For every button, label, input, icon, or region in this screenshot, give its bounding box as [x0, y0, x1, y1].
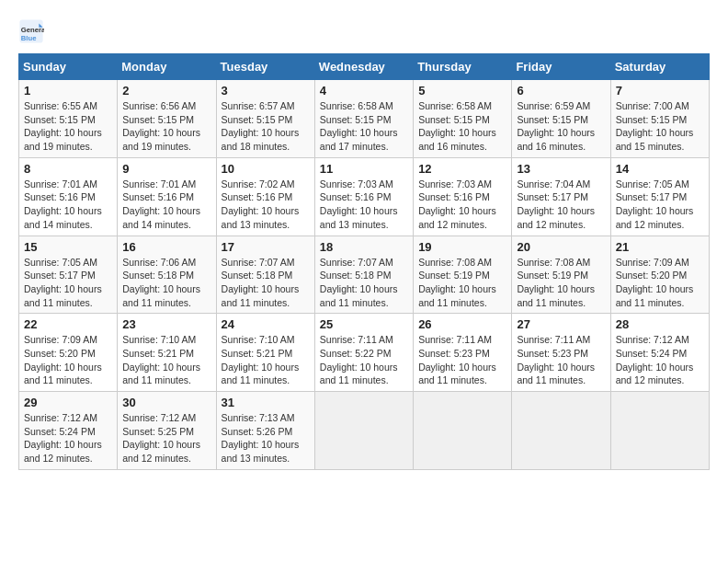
calendar-cell: 27Sunrise: 7:11 AM Sunset: 5:23 PM Dayli…: [512, 314, 610, 392]
day-number: 14: [616, 162, 704, 176]
calendar-cell: 16Sunrise: 7:06 AM Sunset: 5:18 PM Dayli…: [118, 236, 216, 314]
day-info: Sunrise: 7:00 AM Sunset: 5:15 PM Dayligh…: [616, 99, 704, 154]
day-number: 20: [517, 240, 605, 254]
day-number: 13: [517, 162, 605, 176]
calendar-cell: 18Sunrise: 7:07 AM Sunset: 5:18 PM Dayli…: [314, 236, 413, 314]
day-number: 23: [122, 317, 210, 331]
day-info: Sunrise: 7:08 AM Sunset: 5:19 PM Dayligh…: [517, 256, 605, 310]
calendar-week-1: 1Sunrise: 6:55 AM Sunset: 5:15 PM Daylig…: [19, 80, 710, 158]
day-number: 12: [418, 162, 506, 176]
column-header-thursday: Thursday: [414, 54, 512, 80]
day-number: 10: [222, 162, 310, 176]
calendar-cell: 19Sunrise: 7:08 AM Sunset: 5:19 PM Dayli…: [414, 236, 512, 314]
day-info: Sunrise: 7:12 AM Sunset: 5:24 PM Dayligh…: [24, 411, 112, 465]
day-number: 17: [222, 240, 310, 254]
day-info: Sunrise: 7:02 AM Sunset: 5:16 PM Dayligh…: [222, 178, 310, 232]
column-header-saturday: Saturday: [610, 54, 709, 80]
day-number: 24: [222, 317, 310, 331]
day-info: Sunrise: 6:58 AM Sunset: 5:15 PM Dayligh…: [418, 99, 506, 154]
day-info: Sunrise: 7:07 AM Sunset: 5:18 PM Dayligh…: [320, 256, 408, 310]
day-info: Sunrise: 7:01 AM Sunset: 5:16 PM Dayligh…: [122, 178, 210, 232]
logo: General Blue: [18, 18, 48, 44]
day-info: Sunrise: 7:11 AM Sunset: 5:23 PM Dayligh…: [418, 333, 506, 387]
calendar-cell: 9Sunrise: 7:01 AM Sunset: 5:16 PM Daylig…: [118, 157, 216, 236]
day-number: 1: [24, 84, 112, 98]
day-info: Sunrise: 7:09 AM Sunset: 5:20 PM Dayligh…: [24, 333, 112, 387]
day-number: 4: [320, 84, 408, 98]
day-info: Sunrise: 7:09 AM Sunset: 5:20 PM Dayligh…: [616, 256, 704, 310]
calendar-cell: 11Sunrise: 7:03 AM Sunset: 5:16 PM Dayli…: [314, 157, 413, 236]
calendar-cell: 23Sunrise: 7:10 AM Sunset: 5:21 PM Dayli…: [118, 314, 216, 392]
calendar-week-3: 15Sunrise: 7:05 AM Sunset: 5:17 PM Dayli…: [19, 236, 710, 314]
day-number: 15: [24, 240, 112, 254]
day-info: Sunrise: 7:11 AM Sunset: 5:22 PM Dayligh…: [320, 333, 408, 387]
day-number: 6: [517, 84, 605, 98]
calendar-cell: 2Sunrise: 6:56 AM Sunset: 5:15 PM Daylig…: [118, 80, 216, 158]
calendar-cell: 31Sunrise: 7:13 AM Sunset: 5:26 PM Dayli…: [216, 392, 314, 470]
day-info: Sunrise: 6:57 AM Sunset: 5:15 PM Dayligh…: [222, 99, 310, 154]
day-info: Sunrise: 7:01 AM Sunset: 5:16 PM Dayligh…: [24, 178, 112, 232]
day-number: 21: [616, 240, 704, 254]
calendar-week-5: 29Sunrise: 7:12 AM Sunset: 5:24 PM Dayli…: [19, 392, 710, 470]
day-number: 3: [222, 84, 310, 98]
calendar-header-row: SundayMondayTuesdayWednesdayThursdayFrid…: [19, 54, 710, 80]
svg-text:Blue: Blue: [21, 34, 37, 42]
calendar-cell: 13Sunrise: 7:04 AM Sunset: 5:17 PM Dayli…: [512, 157, 610, 236]
calendar-cell: 17Sunrise: 7:07 AM Sunset: 5:18 PM Dayli…: [216, 236, 314, 314]
day-info: Sunrise: 6:58 AM Sunset: 5:15 PM Dayligh…: [320, 99, 408, 154]
day-number: 25: [320, 317, 408, 331]
column-header-friday: Friday: [512, 54, 610, 80]
day-info: Sunrise: 7:04 AM Sunset: 5:17 PM Dayligh…: [517, 178, 605, 232]
day-info: Sunrise: 7:10 AM Sunset: 5:21 PM Dayligh…: [122, 333, 210, 387]
calendar-cell: 7Sunrise: 7:00 AM Sunset: 5:15 PM Daylig…: [610, 80, 709, 158]
day-info: Sunrise: 7:06 AM Sunset: 5:18 PM Dayligh…: [122, 256, 210, 310]
calendar-cell: 20Sunrise: 7:08 AM Sunset: 5:19 PM Dayli…: [512, 236, 610, 314]
column-header-wednesday: Wednesday: [314, 54, 413, 80]
day-number: 7: [616, 84, 704, 98]
calendar-week-2: 8Sunrise: 7:01 AM Sunset: 5:16 PM Daylig…: [19, 157, 710, 236]
day-info: Sunrise: 6:56 AM Sunset: 5:15 PM Dayligh…: [122, 99, 210, 154]
calendar-cell: 12Sunrise: 7:03 AM Sunset: 5:16 PM Dayli…: [414, 157, 512, 236]
calendar-cell: 1Sunrise: 6:55 AM Sunset: 5:15 PM Daylig…: [19, 80, 118, 158]
day-info: Sunrise: 7:03 AM Sunset: 5:16 PM Dayligh…: [320, 178, 408, 232]
calendar-cell: 30Sunrise: 7:12 AM Sunset: 5:25 PM Dayli…: [118, 392, 216, 470]
calendar-cell: [512, 392, 610, 470]
column-header-tuesday: Tuesday: [216, 54, 314, 80]
day-info: Sunrise: 6:59 AM Sunset: 5:15 PM Dayligh…: [517, 99, 605, 154]
column-header-sunday: Sunday: [19, 54, 118, 80]
calendar-cell: 25Sunrise: 7:11 AM Sunset: 5:22 PM Dayli…: [314, 314, 413, 392]
calendar-body: 1Sunrise: 6:55 AM Sunset: 5:15 PM Daylig…: [19, 80, 710, 470]
calendar-cell: 14Sunrise: 7:05 AM Sunset: 5:17 PM Dayli…: [610, 157, 709, 236]
page-header: General Blue: [18, 18, 710, 44]
day-info: Sunrise: 7:11 AM Sunset: 5:23 PM Dayligh…: [517, 333, 605, 387]
calendar-cell: 28Sunrise: 7:12 AM Sunset: 5:24 PM Dayli…: [610, 314, 709, 392]
day-number: 18: [320, 240, 408, 254]
calendar-table: SundayMondayTuesdayWednesdayThursdayFrid…: [18, 53, 710, 470]
calendar-week-4: 22Sunrise: 7:09 AM Sunset: 5:20 PM Dayli…: [19, 314, 710, 392]
calendar-cell: 8Sunrise: 7:01 AM Sunset: 5:16 PM Daylig…: [19, 157, 118, 236]
calendar-cell: 29Sunrise: 7:12 AM Sunset: 5:24 PM Dayli…: [19, 392, 118, 470]
day-info: Sunrise: 7:08 AM Sunset: 5:19 PM Dayligh…: [418, 256, 506, 310]
calendar-cell: 5Sunrise: 6:58 AM Sunset: 5:15 PM Daylig…: [414, 80, 512, 158]
calendar-cell: [610, 392, 709, 470]
calendar-cell: 22Sunrise: 7:09 AM Sunset: 5:20 PM Dayli…: [19, 314, 118, 392]
day-number: 2: [122, 84, 210, 98]
day-number: 16: [122, 240, 210, 254]
calendar-cell: 6Sunrise: 6:59 AM Sunset: 5:15 PM Daylig…: [512, 80, 610, 158]
day-number: 19: [418, 240, 506, 254]
calendar-cell: 3Sunrise: 6:57 AM Sunset: 5:15 PM Daylig…: [216, 80, 314, 158]
calendar-cell: 26Sunrise: 7:11 AM Sunset: 5:23 PM Dayli…: [414, 314, 512, 392]
day-info: Sunrise: 7:10 AM Sunset: 5:21 PM Dayligh…: [222, 333, 310, 387]
day-info: Sunrise: 7:12 AM Sunset: 5:25 PM Dayligh…: [122, 411, 210, 465]
column-header-monday: Monday: [118, 54, 216, 80]
day-number: 22: [24, 317, 112, 331]
day-info: Sunrise: 7:03 AM Sunset: 5:16 PM Dayligh…: [418, 178, 506, 232]
day-number: 30: [122, 396, 210, 409]
calendar-cell: 4Sunrise: 6:58 AM Sunset: 5:15 PM Daylig…: [314, 80, 413, 158]
calendar-cell: 21Sunrise: 7:09 AM Sunset: 5:20 PM Dayli…: [610, 236, 709, 314]
calendar-cell: 15Sunrise: 7:05 AM Sunset: 5:17 PM Dayli…: [19, 236, 118, 314]
day-info: Sunrise: 7:07 AM Sunset: 5:18 PM Dayligh…: [222, 256, 310, 310]
day-number: 5: [418, 84, 506, 98]
calendar-cell: [314, 392, 413, 470]
calendar-cell: 24Sunrise: 7:10 AM Sunset: 5:21 PM Dayli…: [216, 314, 314, 392]
